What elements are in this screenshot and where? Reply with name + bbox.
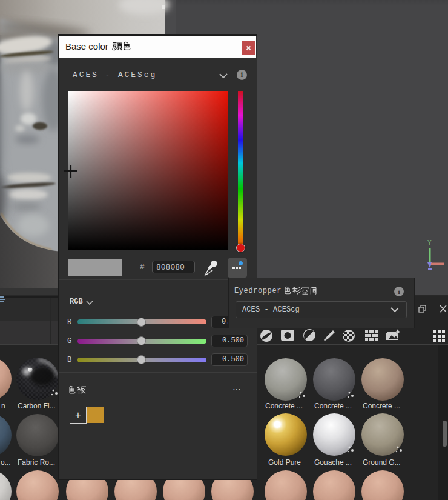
svg-text:Y: Y (427, 239, 432, 246)
